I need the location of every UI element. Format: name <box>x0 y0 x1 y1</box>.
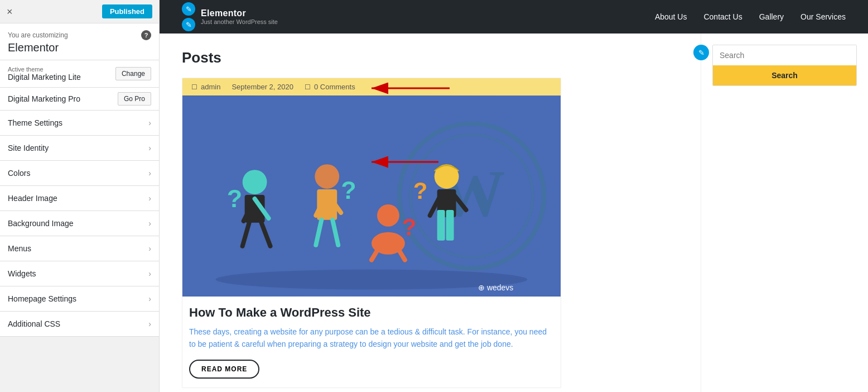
menu-item-label: Theme Settings <box>8 118 62 127</box>
active-theme-info: Active theme Digital Marketing Lite <box>8 66 81 82</box>
published-button[interactable]: Published <box>102 4 152 18</box>
search-input[interactable] <box>713 45 856 65</box>
menu-item-label: Colors <box>8 169 30 178</box>
svg-rect-27 <box>446 210 454 241</box>
svg-text:?: ? <box>341 176 356 204</box>
chevron-right-icon: › <box>148 269 151 278</box>
posts-title: Posts <box>182 49 678 66</box>
nav-item-our-services[interactable]: Our Services <box>801 12 846 21</box>
nav-item-contact-us[interactable]: Contact Us <box>703 12 742 21</box>
post-meta-bar: ☐ admin September 2, 2020 ☐ 0 Comments <box>182 78 561 95</box>
post-illustration: W ? <box>182 95 561 297</box>
post-comments: ☐ 0 Comments <box>305 83 355 91</box>
chevron-right-icon: › <box>148 194 151 203</box>
menu-item-label: Site Identity <box>8 144 49 152</box>
menu-item-label: Additional CSS <box>8 319 60 328</box>
chevron-right-icon: › <box>148 219 151 228</box>
active-theme-name: Digital Marketing Lite <box>8 73 81 82</box>
edit-pencil-icon[interactable]: ✎ <box>693 45 709 60</box>
menu-item-label: Homepage Settings <box>8 294 76 303</box>
pro-section: Digital Marketing Pro Go Pro <box>0 88 159 111</box>
search-input-row <box>713 45 856 65</box>
site-nav: About UsContact UsGalleryOur Services <box>655 12 846 21</box>
logo-icon-top: ✎ <box>182 2 195 16</box>
sidebar-item-header-image[interactable]: Header Image› <box>0 186 159 211</box>
comment-icon: ☐ <box>305 83 311 91</box>
posts-area: Posts ☐ admin September 2, 2020 ☐ 0 Comm… <box>160 34 701 392</box>
svg-text:⊕ wedevs: ⊕ wedevs <box>478 284 513 293</box>
sidebar-item-menus[interactable]: Menus› <box>0 236 159 261</box>
chevron-right-icon: › <box>148 294 151 303</box>
read-more-button[interactable]: READ MORE <box>189 360 259 379</box>
logo-subtitle: Just another WordPress site <box>201 18 278 25</box>
svg-point-19 <box>377 204 399 227</box>
menu-item-label: Widgets <box>8 269 36 278</box>
right-area: ✎ ✎ Elementor Just another WordPress sit… <box>160 0 868 392</box>
sidebar-item-site-identity[interactable]: Site Identity› <box>0 136 159 161</box>
sidebar-item-background-image[interactable]: Background Image› <box>0 211 159 236</box>
menu-item-label: Header Image <box>8 194 57 203</box>
customizing-section: You are customizing ? Elementor <box>0 23 159 60</box>
user-icon: ☐ <box>191 83 197 91</box>
chevron-right-icon: › <box>148 319 151 328</box>
post-image: W ? <box>182 95 561 297</box>
search-button[interactable]: Search <box>713 65 856 85</box>
sidebar-item-theme-settings[interactable]: Theme Settings› <box>0 111 159 136</box>
menu-item-label: Background Image <box>8 219 74 228</box>
left-panel: × Published You are customizing ? Elemen… <box>0 0 160 392</box>
post-date: September 2, 2020 <box>232 83 293 91</box>
customizing-label: You are customizing <box>8 31 68 39</box>
panel-top-bar: × Published <box>0 0 159 23</box>
chevron-right-icon: › <box>148 244 151 253</box>
logo-icon-bottom: ✎ <box>182 18 195 31</box>
sidebar-item-homepage-settings[interactable]: Homepage Settings› <box>0 286 159 312</box>
active-theme-label: Active theme <box>8 66 81 73</box>
post-author: ☐ admin <box>191 83 220 91</box>
main-content: Posts ☐ admin September 2, 2020 ☐ 0 Comm… <box>160 34 868 392</box>
chevron-right-icon: › <box>148 118 151 127</box>
logo-title: Elementor <box>201 8 278 18</box>
sidebar-right: ✎ Search <box>701 34 868 392</box>
menu-items-list: Theme Settings›Site Identity›Colors›Head… <box>0 111 159 392</box>
pro-label: Digital Marketing Pro <box>8 94 80 103</box>
svg-text:?: ? <box>413 178 428 204</box>
comments-count: 0 Comments <box>314 83 355 91</box>
sidebar-item-additional-css[interactable]: Additional CSS› <box>0 312 159 337</box>
svg-point-5 <box>243 170 267 194</box>
logo-icon-stack: ✎ ✎ <box>182 2 195 31</box>
close-button[interactable]: × <box>7 7 13 17</box>
nav-item-about-us[interactable]: About Us <box>655 12 687 21</box>
svg-text:?: ? <box>402 214 417 240</box>
post-card: ☐ admin September 2, 2020 ☐ 0 Comments <box>182 78 561 388</box>
menu-item-label: Menus <box>8 244 31 253</box>
go-pro-button[interactable]: Go Pro <box>118 92 151 106</box>
post-title: How To Make a WordPress Site <box>189 305 554 320</box>
author-name: admin <box>201 83 220 91</box>
chevron-right-icon: › <box>148 144 151 152</box>
site-header: ✎ ✎ Elementor Just another WordPress sit… <box>160 0 868 34</box>
sidebar-item-colors[interactable]: Colors› <box>0 161 159 186</box>
sidebar-item-widgets[interactable]: Widgets› <box>0 261 159 286</box>
help-icon[interactable]: ? <box>141 30 151 40</box>
logo-text-area: Elementor Just another WordPress site <box>201 8 278 25</box>
svg-point-12 <box>315 164 339 189</box>
change-theme-button[interactable]: Change <box>115 67 151 80</box>
site-logo-area: ✎ ✎ Elementor Just another WordPress sit… <box>182 2 278 31</box>
active-theme-section: Active theme Digital Marketing Lite Chan… <box>0 60 159 88</box>
customizing-title: Elementor <box>8 41 151 54</box>
post-content: How To Make a WordPress Site These days,… <box>182 305 561 388</box>
chevron-right-icon: › <box>148 169 151 178</box>
nav-item-gallery[interactable]: Gallery <box>759 12 784 21</box>
svg-rect-26 <box>437 210 445 241</box>
post-excerpt: These days, creating a website for any p… <box>189 326 554 351</box>
search-widget: Search <box>712 45 857 86</box>
svg-text:?: ? <box>227 184 242 213</box>
